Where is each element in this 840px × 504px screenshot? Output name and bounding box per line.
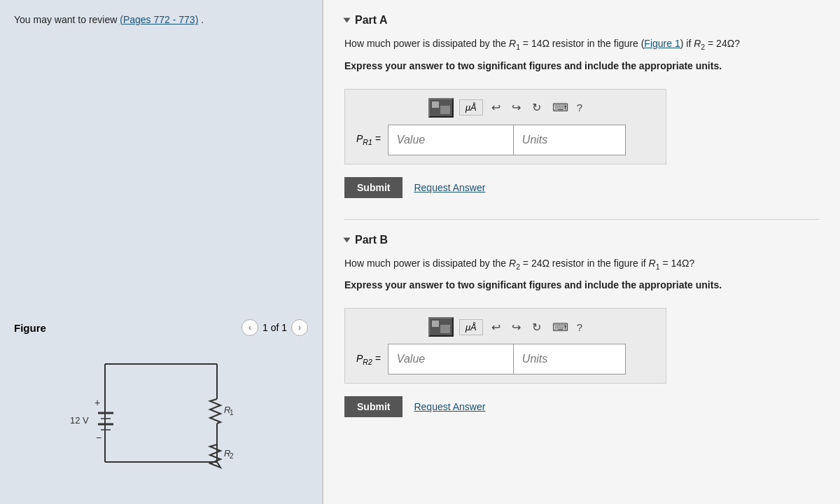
part-b-submit-button[interactable]: Submit [344,396,402,417]
part-a-refresh-button[interactable]: ↻ [529,99,544,115]
part-b-redo-button[interactable]: ↪ [509,319,524,335]
left-panel: You may want to review (Pages 772 - 773)… [0,0,322,504]
part-b-undo-button[interactable]: ↩ [489,319,503,335]
part-a-input-label: PR1 = [356,133,381,146]
part-a-redo-button[interactable]: ↪ [509,99,524,115]
part-a-value-input[interactable] [388,125,514,155]
figure-label: Figure [14,322,46,334]
part-b-value-input[interactable] [388,344,514,374]
part-b-request-answer-button[interactable]: Request Answer [414,401,485,412]
part-separator [344,219,819,220]
next-figure-button[interactable]: › [291,319,308,336]
part-b-input-label: PR2 = [356,353,381,366]
part-b-units-input[interactable] [514,344,626,374]
part-b-matrix-button[interactable] [428,317,454,337]
part-a-input-row: PR1 = [356,125,654,155]
part-b-refresh-button[interactable]: ↻ [529,319,544,335]
part-a-matrix-button[interactable] [428,98,454,118]
part-a-undo-button[interactable]: ↩ [489,99,503,115]
review-link[interactable]: (Pages 772 - 773) [120,14,198,25]
svg-text:1: 1 [230,409,234,416]
review-note: You may want to review (Pages 772 - 773)… [14,14,308,25]
part-a-header: Part A [344,14,819,27]
svg-text:12 V: 12 V [70,415,89,426]
svg-text:2: 2 [230,452,234,460]
part-b-units-button[interactable]: μÅ [459,319,483,335]
part-b-input-row: PR2 = [356,344,654,374]
part-a-section: Part A How much power is dissipated by t… [344,14,819,198]
circuit-diagram: + − 12 V R 1 R 2 [56,343,266,483]
figure-header: Figure ‹ 1 of 1 › [0,319,322,336]
part-b-instruction: Express your answer to two significant f… [344,278,819,293]
svg-text:+: + [94,397,100,408]
part-a-units-input[interactable] [514,125,626,155]
figure-nav: ‹ 1 of 1 › [241,319,308,336]
part-a-answer-box: μÅ ↩ ↪ ↻ ⌨ ? PR1 = [344,89,666,164]
part-b-question: How much power is dissipated by the R2 =… [344,256,819,273]
part-a-help-button[interactable]: ? [577,102,582,113]
part-a-units-button[interactable]: μÅ [459,99,483,115]
part-a-submit-button[interactable]: Submit [344,177,402,198]
figure-count: 1 of 1 [262,322,287,333]
part-b-help-button[interactable]: ? [577,321,582,333]
prev-figure-button[interactable]: ‹ [241,319,258,336]
part-b-section: Part B How much power is dissipated by t… [344,234,819,418]
part-a-question: How much power is dissipated by the R1 =… [344,36,819,53]
review-suffix: . [198,14,204,25]
review-text: You may want to review [14,14,120,25]
part-b-toolbar: μÅ ↩ ↪ ↻ ⌨ ? [356,317,654,337]
part-a-toolbar: μÅ ↩ ↪ ↻ ⌨ ? [356,98,654,118]
svg-text:−: − [96,432,102,443]
part-a-toggle-icon[interactable] [344,18,351,23]
part-b-answer-box: μÅ ↩ ↪ ↻ ⌨ ? PR2 = [344,308,666,384]
part-b-submit-row: Submit Request Answer [344,396,819,417]
part-b-toggle-icon[interactable] [344,237,351,242]
right-panel: Part A How much power is dissipated by t… [323,0,840,504]
part-a-title: Part A [355,14,388,27]
part-a-instruction: Express your answer to two significant f… [344,59,819,74]
part-a-keyboard-button[interactable]: ⌨ [550,99,571,115]
part-a-submit-row: Submit Request Answer [344,177,819,198]
part-b-title: Part B [355,234,388,246]
part-b-keyboard-button[interactable]: ⌨ [550,319,571,335]
figure-area: Figure ‹ 1 of 1 › [0,319,322,483]
part-a-request-answer-button[interactable]: Request Answer [414,182,485,193]
part-b-header: Part B [344,234,819,246]
